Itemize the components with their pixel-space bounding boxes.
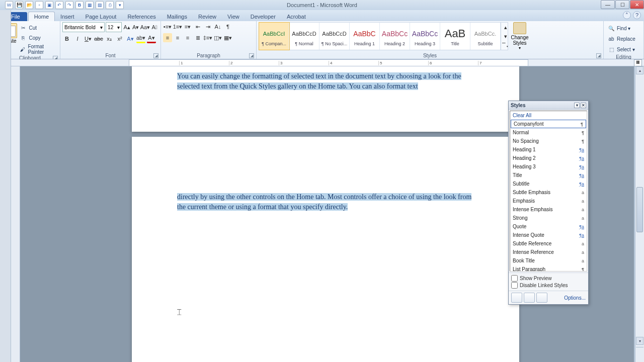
bullets-button[interactable]: •≡▾ xyxy=(163,22,172,31)
style-pane-row[interactable]: Stronga xyxy=(510,214,587,222)
style-pane-row[interactable]: Heading 3¶a xyxy=(510,162,587,171)
page-2[interactable]: directly by using the other controls on … xyxy=(132,137,519,362)
style-pane-row[interactable]: Subtitle¶a xyxy=(510,179,587,188)
style-tile-3[interactable]: AaBbCHeading 1 xyxy=(350,23,380,50)
vertical-scrollbar[interactable]: ▴ ▾ xyxy=(635,66,644,362)
cut-button[interactable]: ✂Cut xyxy=(18,23,58,32)
font-name-combo[interactable]: Britannic Bold▾ xyxy=(62,22,105,32)
align-center-button[interactable]: ≡ xyxy=(173,33,182,42)
select-button[interactable]: ⬚Select ▾ xyxy=(606,44,641,54)
style-pane-row[interactable]: Quote¶a xyxy=(510,222,587,231)
pane-dropdown-icon[interactable]: ▾ xyxy=(574,103,580,108)
styles-options-link[interactable]: Options... xyxy=(564,295,586,301)
tab-page-layout[interactable]: Page Layout xyxy=(80,12,122,21)
sort-button[interactable]: A↓ xyxy=(213,22,222,31)
style-pane-row[interactable]: Intense Emphasisa xyxy=(510,205,587,214)
style-tile-4[interactable]: AaBbCcHeading 2 xyxy=(380,23,410,50)
style-pane-row[interactable]: Normal¶ xyxy=(510,128,587,137)
picture-qat-icon[interactable]: ▧ xyxy=(96,1,104,9)
manage-styles-icon[interactable] xyxy=(536,293,547,303)
tab-review[interactable]: Review xyxy=(193,12,222,21)
saveall-icon[interactable]: ▣ xyxy=(45,1,53,9)
qat-more-icon[interactable]: ▾ xyxy=(116,1,124,9)
tab-references[interactable]: References xyxy=(122,12,161,21)
style-pane-row[interactable]: Book Titlea xyxy=(510,256,587,265)
superscript-button[interactable]: x² xyxy=(115,34,124,43)
paragraph-launcher-icon[interactable]: ◢ xyxy=(249,53,254,58)
styles-pane-list[interactable]: Clear All Companyfont¶Normal¶No Spacing¶… xyxy=(510,111,587,272)
align-left-button[interactable]: ≡ xyxy=(163,33,172,42)
new-icon[interactable]: ▫ xyxy=(35,1,43,9)
tab-home[interactable]: Home xyxy=(28,12,55,21)
increase-indent-button[interactable]: ⇥ xyxy=(203,22,212,31)
new-style-icon[interactable] xyxy=(511,293,522,303)
bold-qat-icon[interactable]: B xyxy=(75,1,84,9)
change-case-button[interactable]: Aa▾ xyxy=(140,23,149,32)
italic-button[interactable]: I xyxy=(73,34,82,43)
open-icon[interactable]: 📂 xyxy=(25,1,33,9)
font-launcher-icon[interactable]: ◢ xyxy=(153,53,158,58)
vertical-ruler[interactable] xyxy=(11,66,20,362)
undo-icon[interactable]: ↶ xyxy=(55,1,63,9)
style-pane-row[interactable]: Title¶a xyxy=(510,171,587,179)
style-tile-1[interactable]: AaBbCcD¶ Normal xyxy=(289,23,319,50)
replace-button[interactable]: abReplace xyxy=(606,34,641,44)
style-pane-row[interactable]: Heading 1¶a xyxy=(510,145,587,154)
maximize-button[interactable]: ☐ xyxy=(615,0,629,9)
shading-button[interactable]: ◫▾ xyxy=(213,33,222,42)
tab-view[interactable]: View xyxy=(222,12,245,21)
word-app-icon[interactable]: W xyxy=(5,1,13,9)
styles-pane-header[interactable]: Styles ▾ ✕ xyxy=(509,101,588,110)
style-pane-row[interactable]: Subtle Emphasisa xyxy=(510,188,587,197)
style-pane-row[interactable]: Heading 2¶a xyxy=(510,154,587,162)
line-spacing-button[interactable]: ‡≡▾ xyxy=(203,33,212,42)
selected-text-2[interactable]: directly by using the other controls on … xyxy=(177,193,471,211)
help-icon[interactable]: ? xyxy=(633,11,641,19)
multilevel-list-button[interactable]: ≡▾ xyxy=(183,22,192,31)
clear-all-row[interactable]: Clear All xyxy=(510,111,587,120)
style-tile-6[interactable]: AaBTitle xyxy=(440,23,470,50)
style-pane-row[interactable]: List Paragraph¶ xyxy=(510,265,587,272)
numbering-button[interactable]: 1≡▾ xyxy=(173,22,182,31)
table-qat-icon[interactable]: ▦ xyxy=(86,1,94,9)
text-effects-button[interactable]: A▾ xyxy=(126,34,135,43)
styles-gallery[interactable]: AaBbCcI¶ Compan...AaBbCcD¶ NormalAaBbCcD… xyxy=(259,22,501,50)
style-inspector-icon[interactable] xyxy=(524,293,535,303)
shrink-font-button[interactable]: A▾ xyxy=(132,23,140,32)
borders-button[interactable]: ▦▾ xyxy=(223,33,232,42)
bold-button[interactable]: B xyxy=(62,34,71,43)
disable-linked-checkbox[interactable]: Disable Linked Styles xyxy=(511,282,586,289)
show-preview-checkbox[interactable]: Show Preview xyxy=(511,275,586,282)
style-pane-row[interactable]: Companyfont¶ xyxy=(511,120,586,128)
tab-insert[interactable]: Insert xyxy=(55,12,80,21)
tab-mailings[interactable]: Mailings xyxy=(162,12,193,21)
close-button[interactable]: ✕ xyxy=(630,0,644,9)
page-1[interactable]: You can easily change the formatting of … xyxy=(132,66,519,132)
format-painter-button[interactable]: 🖌Format Painter xyxy=(18,43,58,55)
minimize-ribbon-icon[interactable]: ˄ xyxy=(623,11,631,19)
ruler-toggle-icon[interactable]: ▦ xyxy=(634,59,642,66)
style-pane-row[interactable]: Emphasisa xyxy=(510,197,587,205)
decrease-indent-button[interactable]: ⇤ xyxy=(193,22,202,31)
style-pane-row[interactable]: Intense Quote¶a xyxy=(510,231,587,239)
subscript-button[interactable]: x₂ xyxy=(105,34,114,43)
style-pane-row[interactable]: Subtle Referencea xyxy=(510,239,587,248)
underline-button[interactable]: U▾ xyxy=(84,34,93,43)
justify-button[interactable]: ≣ xyxy=(193,33,202,42)
style-tile-0[interactable]: AaBbCcI¶ Compan... xyxy=(259,23,289,50)
selected-text-1[interactable]: You can easily change the formatting of … xyxy=(177,72,461,90)
styles-launcher-icon[interactable]: ◢ xyxy=(596,53,601,58)
scroll-up-icon[interactable]: ▴ xyxy=(636,66,643,74)
style-pane-row[interactable]: No Spacing¶ xyxy=(510,137,587,145)
scroll-down-icon[interactable]: ▾ xyxy=(636,337,643,345)
horizontal-ruler[interactable]: 1234567 xyxy=(129,59,528,66)
redo-icon[interactable]: ↷ xyxy=(65,1,73,9)
align-right-button[interactable]: ≡ xyxy=(183,33,192,42)
tab-acrobat[interactable]: Acrobat xyxy=(281,12,311,21)
style-tile-7[interactable]: AaBbCc.Subtitle xyxy=(470,23,501,50)
strikethrough-button[interactable]: abc xyxy=(94,34,103,43)
style-tile-5[interactable]: AaBbCcHeading 3 xyxy=(410,23,440,50)
copy-button[interactable]: ⎘Copy xyxy=(18,33,58,42)
find-button[interactable]: 🔍Find ▾ xyxy=(606,23,641,33)
show-marks-button[interactable]: ¶ xyxy=(223,22,232,31)
